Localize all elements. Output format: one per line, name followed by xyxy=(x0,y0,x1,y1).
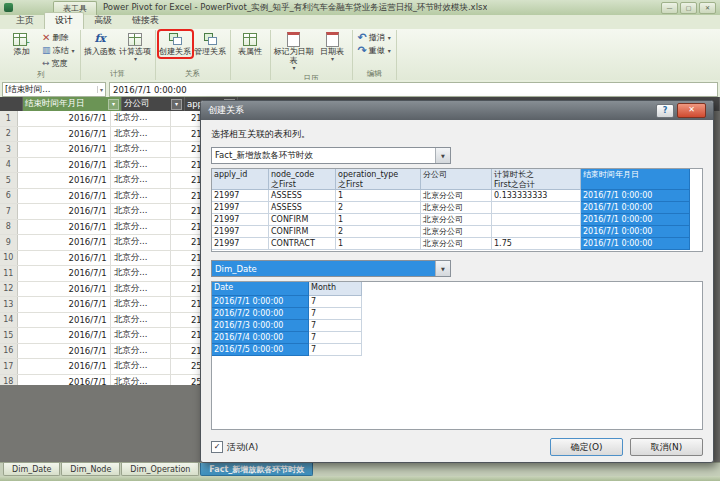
cancel-button[interactable]: 取消(N) xyxy=(630,438,703,456)
preview-column-header[interactable]: 分公司 xyxy=(421,169,492,190)
add-column-button[interactable]: + 添加 xyxy=(5,31,38,57)
dropdown-arrow-icon[interactable]: ▼ xyxy=(435,148,450,163)
preview-column-header[interactable]: apply_id xyxy=(212,169,269,190)
preview-cell[interactable]: 1 xyxy=(336,214,421,226)
row-number[interactable]: 18 xyxy=(0,375,18,386)
grid-cell[interactable]: 2016/7/1 xyxy=(18,235,111,250)
preview-cell[interactable]: 2016/7/3 0:00:00 xyxy=(212,320,309,332)
tab-home[interactable]: 主页 xyxy=(6,13,44,29)
preview-cell[interactable]: 2016/7/1 0:00:00 xyxy=(581,202,690,214)
preview-cell[interactable]: 北京分公司 xyxy=(421,226,492,238)
preview-cell[interactable]: 2016/7/1 0:00:00 xyxy=(581,238,690,250)
sheet-tab-dim-date[interactable]: Dim_Date xyxy=(3,463,60,476)
grid-cell[interactable]: 2016/7/1 xyxy=(18,158,111,173)
tab-design[interactable]: 设计 xyxy=(44,12,84,29)
preview-cell[interactable] xyxy=(492,202,581,214)
preview-cell[interactable]: 1.75 xyxy=(492,238,581,250)
grid-cell[interactable]: 2016/7/1 xyxy=(18,173,111,188)
row-number[interactable]: 3 xyxy=(0,142,18,157)
grid-cell[interactable]: 2016/7/1 xyxy=(18,111,111,126)
preview-cell[interactable]: ASSESS xyxy=(269,190,336,202)
row-number[interactable]: 7 xyxy=(0,204,18,219)
grid-cell[interactable]: 北京分... xyxy=(111,189,171,204)
preview-cell[interactable]: 北京分公司 xyxy=(421,238,492,250)
preview-cell[interactable]: 2016/7/1 0:00:00 xyxy=(212,296,309,308)
preview-cell[interactable]: 北京分公司 xyxy=(421,190,492,202)
row-number[interactable]: 2 xyxy=(0,127,18,142)
grid-cell[interactable]: 北京分... xyxy=(111,266,171,281)
preview-column-header[interactable]: operation_type 之First xyxy=(336,169,421,190)
select-all-corner[interactable] xyxy=(0,97,23,111)
preview-cell[interactable]: 2 xyxy=(336,226,421,238)
preview-column-header[interactable]: Month xyxy=(309,282,362,296)
grid-cell[interactable]: 北京分... xyxy=(111,158,171,173)
preview-cell[interactable]: 1 xyxy=(336,238,421,250)
close-icon[interactable]: ✕ xyxy=(699,2,716,14)
preview-cell[interactable]: 2016/7/1 0:00:00 xyxy=(581,190,690,202)
row-number[interactable]: 14 xyxy=(0,313,18,328)
grid-cell[interactable]: 北京分... xyxy=(111,359,171,374)
preview-cell[interactable]: 1 xyxy=(336,190,421,202)
row-number[interactable]: 9 xyxy=(0,235,18,250)
sheet-tab-dim-node[interactable]: Dim_Node xyxy=(61,463,120,476)
create-relationship-button[interactable]: 创建关系 xyxy=(159,31,192,57)
grid-cell[interactable]: 2016/7/1 xyxy=(18,266,111,281)
dialog-close-icon[interactable]: ✕ xyxy=(677,103,706,118)
calculation-options-button[interactable]: 计算选项 ▾ xyxy=(119,31,152,64)
filter-dropdown-icon[interactable]: ▾ xyxy=(108,99,119,110)
column-header-end-date[interactable]: 结束时间年月日 ▾ xyxy=(23,97,122,111)
grid-cell[interactable]: 北京分... xyxy=(111,328,171,343)
grid-cell[interactable]: 2016/7/1 xyxy=(18,375,111,386)
grid-cell[interactable]: 北京分... xyxy=(111,127,171,142)
column-header-branch[interactable]: 分公司 ▾ xyxy=(122,97,185,111)
preview-cell[interactable]: 2016/7/1 0:00:00 xyxy=(581,226,690,238)
mark-as-date-table-button[interactable]: 标记为日期表 ▾ xyxy=(274,31,314,73)
row-number[interactable]: 13 xyxy=(0,297,18,312)
grid-cell[interactable]: 2016/7/1 xyxy=(18,359,111,374)
preview-cell[interactable] xyxy=(492,214,581,226)
dropdown-arrow-icon[interactable]: ▼ xyxy=(435,261,450,276)
undo-button[interactable]: ↶ 撤消 ▾ xyxy=(356,31,393,43)
preview-cell[interactable]: 2016/7/4 0:00:00 xyxy=(212,332,309,344)
grid-cell[interactable]: 2016/7/1 xyxy=(18,297,111,312)
preview-cell[interactable]: 7 xyxy=(309,296,362,308)
preview-cell[interactable]: ASSESS xyxy=(269,202,336,214)
row-number[interactable]: 17 xyxy=(0,359,18,374)
grid-cell[interactable]: 北京分... xyxy=(111,204,171,219)
grid-cell[interactable]: 2016/7/1 xyxy=(18,142,111,157)
date-table-button[interactable]: 日期表 ▾ xyxy=(316,31,349,64)
row-number[interactable]: 6 xyxy=(0,189,18,204)
preview-cell[interactable]: 2016/7/5 0:00:00 xyxy=(212,344,309,356)
grid-cell[interactable]: 北京分... xyxy=(111,111,171,126)
row-number[interactable]: 12 xyxy=(0,282,18,297)
row-number[interactable]: 10 xyxy=(0,251,18,266)
preview-cell[interactable]: 7 xyxy=(309,344,362,356)
grid-cell[interactable]: 2016/7/1 xyxy=(18,220,111,235)
grid-cell[interactable]: 北京分... xyxy=(111,220,171,235)
sheet-tab-fact[interactable]: Fact_新增放款各环节时效 xyxy=(200,463,313,476)
preview-cell[interactable]: 北京分公司 xyxy=(421,214,492,226)
name-box-dropdown-icon[interactable]: ▾ xyxy=(97,86,103,93)
dialog-titlebar[interactable]: 创建关系 ? ✕ xyxy=(201,101,713,120)
grid-cell[interactable]: 北京分... xyxy=(111,297,171,312)
preview-cell[interactable]: 21997 xyxy=(212,214,269,226)
ok-button[interactable]: 确定(O) xyxy=(550,438,623,456)
preview-cell[interactable]: 21997 xyxy=(212,202,269,214)
preview-cell[interactable] xyxy=(492,226,581,238)
insert-function-button[interactable]: fx 插入函数 xyxy=(84,31,117,57)
name-box[interactable]: [结束时间... ▾ xyxy=(2,82,106,97)
preview-cell[interactable]: 7 xyxy=(309,308,362,320)
manage-relationships-button[interactable]: 管理关系 xyxy=(194,31,227,57)
grid-cell[interactable]: 北京分... xyxy=(111,142,171,157)
row-number[interactable]: 11 xyxy=(0,266,18,281)
grid-cell[interactable]: 2016/7/1 xyxy=(18,282,111,297)
preview-column-header[interactable]: node_code 之First xyxy=(269,169,336,190)
freeze-button[interactable]: ▥ 冻结 ▾ xyxy=(40,44,77,56)
checkbox-checked-icon[interactable]: ✓ xyxy=(211,441,223,453)
tab-advanced[interactable]: 高级 xyxy=(84,13,122,29)
grid-cell[interactable]: 2016/7/1 xyxy=(18,204,111,219)
grid-cell[interactable]: 北京分... xyxy=(111,344,171,359)
grid-cell[interactable]: 北京分... xyxy=(111,313,171,328)
row-number[interactable]: 5 xyxy=(0,173,18,188)
help-icon[interactable]: ? xyxy=(656,104,674,118)
